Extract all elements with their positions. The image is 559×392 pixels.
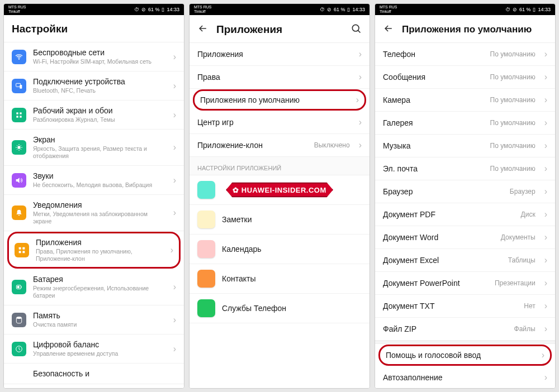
chevron-right-icon: › xyxy=(173,344,176,354)
carrier-1: MTS RUS xyxy=(8,5,26,9)
apps-row[interactable]: Приложение-клон Выключено› xyxy=(190,134,369,157)
list-item-label: Заметки xyxy=(222,215,362,224)
svg-rect-5 xyxy=(16,116,18,117)
chevron-right-icon: › xyxy=(544,324,547,334)
chevron-right-icon: › xyxy=(173,315,176,325)
alarm-icon: ⏱ xyxy=(505,7,510,12)
svg-rect-10 xyxy=(19,251,21,253)
svg-point-0 xyxy=(18,59,20,60)
list-item-value: Нет xyxy=(524,302,535,310)
default-app-row[interactable]: Помощь и голосовой ввод › xyxy=(378,345,552,366)
carrier-2: Tinkoff xyxy=(8,9,26,14)
list-item-label: Контакты xyxy=(222,274,362,283)
search-icon[interactable] xyxy=(350,23,362,36)
apps-row[interactable]: Права › xyxy=(190,66,369,89)
default-app-row[interactable]: Документ PDF Диск› xyxy=(375,203,555,226)
settings-row[interactable]: Звуки Не беспокоить, Мелодия вызова, Виб… xyxy=(4,166,184,195)
default-app-row[interactable]: Музыка По умолчанию› xyxy=(375,135,555,157)
default-app-row[interactable]: Документ TXT Нет› xyxy=(375,295,555,318)
settings-row[interactable]: Подключение устройства Bluetooth, NFC, П… xyxy=(4,71,184,101)
default-app-row[interactable]: Галерея По умолчанию› xyxy=(375,112,555,135)
list-item-label: Документ Excel xyxy=(383,256,501,265)
clock: 14:33 xyxy=(352,7,365,12)
list-item-label: Файл ZIP xyxy=(383,324,508,333)
header: Приложения по умолчанию xyxy=(375,15,555,43)
settings-row[interactable]: Рабочий экран и обои Разблокировка Журна… xyxy=(4,101,184,130)
list-item-label: Рабочий экран и обои xyxy=(33,106,167,115)
carrier-2: Tinkoff xyxy=(380,9,397,14)
default-app-row[interactable]: Документ Excel Таблицы› xyxy=(375,249,555,272)
default-app-row[interactable]: Браузер Браузер› xyxy=(375,180,555,203)
battery-icon: ▯ xyxy=(533,7,536,12)
list-item-label: Календарь xyxy=(222,245,362,254)
default-app-row[interactable]: Телефон По умолчанию› xyxy=(375,43,555,66)
apps-row[interactable]: Приложения по умолчанию › xyxy=(193,89,366,111)
chevron-right-icon: › xyxy=(359,140,362,150)
settings-row[interactable]: Безопасность и xyxy=(4,364,184,384)
list-item-label: Галерея xyxy=(383,118,484,127)
chevron-right-icon: › xyxy=(359,117,362,127)
list-item-label: Память xyxy=(33,311,167,320)
settings-row[interactable]: Память Очистка памяти › xyxy=(4,305,184,334)
settings-row[interactable]: Батарея Режим энергосбережения, Использо… xyxy=(4,269,184,305)
list-item-subtitle: Wi-Fi, Настройки SIM-карт, Мобильная сет… xyxy=(33,58,167,65)
wifi-icon xyxy=(12,50,26,64)
list-item-label: Подключение устройства xyxy=(33,77,167,86)
alarm-icon: ⏱ xyxy=(134,7,139,12)
display-icon xyxy=(12,140,26,155)
list-item-value: По умолчанию xyxy=(490,142,536,150)
list-item-label: Цифровой баланс xyxy=(33,340,167,349)
apps-row[interactable]: Приложения › xyxy=(190,43,369,66)
list-item-label: Звуки xyxy=(33,171,167,180)
app-icon xyxy=(197,181,215,199)
svg-rect-13 xyxy=(21,286,21,288)
list-item-label: Приложения xyxy=(197,50,352,59)
chevron-right-icon: › xyxy=(173,110,176,120)
list-item-value: По умолчанию xyxy=(490,50,536,58)
app-row[interactable]: Службы Телефон xyxy=(190,294,369,323)
settings-row[interactable]: Уведомления Метки, Уведомления на заблок… xyxy=(4,195,184,231)
apps-row[interactable]: Центр игр › xyxy=(190,111,369,134)
default-apps-list: Телефон По умолчанию› Сообщения По умолч… xyxy=(375,43,555,388)
dnd-icon: ⊘ xyxy=(141,7,146,12)
apps-list: Приложения › Права › Приложения по умолч… xyxy=(190,43,369,388)
chevron-right-icon: › xyxy=(173,175,176,185)
app-row[interactable]: Заметки xyxy=(190,205,369,235)
default-app-row[interactable]: Документ Word Документы› xyxy=(375,226,555,249)
default-app-row[interactable]: Документ PowerPoint Презентации› xyxy=(375,272,555,295)
default-app-row[interactable]: Камера По умолчанию› xyxy=(375,89,555,112)
list-item-label: Сообщения xyxy=(383,73,484,82)
settings-list: Беспроводные сети Wi-Fi, Настройки SIM-к… xyxy=(4,42,184,388)
settings-row[interactable]: Беспроводные сети Wi-Fi, Настройки SIM-к… xyxy=(4,42,184,71)
app-row[interactable]: Календарь xyxy=(190,235,369,264)
chevron-right-icon: › xyxy=(544,95,547,105)
battery-pct: 61 % xyxy=(519,7,531,12)
list-item-label: Документ PowerPoint xyxy=(383,279,488,288)
status-bar: MTS RUS Tinkoff ⏱ ⊘ 61 % ▯ 14:33 xyxy=(4,4,184,15)
app-row[interactable]: Контакты xyxy=(190,264,369,294)
list-item-subtitle: Очистка памяти xyxy=(33,321,167,328)
list-item-label: Безопасность и xyxy=(33,369,176,378)
app-icon xyxy=(197,270,215,288)
chevron-right-icon: › xyxy=(170,245,173,255)
settings-row[interactable]: Приложения Права, Приложения по умолчани… xyxy=(7,232,181,269)
list-item-label: Батарея xyxy=(33,275,167,284)
app-icon xyxy=(197,299,215,317)
settings-row[interactable]: Экран Яркость, Защита зрения, Размер тек… xyxy=(4,130,184,166)
back-icon[interactable] xyxy=(383,23,394,36)
list-item-label: Телефон xyxy=(383,50,484,59)
chevron-right-icon: › xyxy=(544,232,547,242)
default-app-row[interactable]: Файл ZIP Файлы› xyxy=(375,318,555,341)
default-app-row[interactable]: Эл. почта По умолчанию› xyxy=(375,157,555,180)
app-row[interactable]: ✿ HUAWEI-INSIDER.COM xyxy=(190,175,369,205)
back-icon[interactable] xyxy=(197,23,209,36)
list-item-subtitle: Разблокировка Журнал, Темы xyxy=(33,116,167,123)
list-item-label: Центр игр xyxy=(197,118,352,127)
settings-row[interactable]: Цифровой баланс Управление временем дост… xyxy=(4,334,184,364)
default-app-row[interactable]: Автозаполнение › xyxy=(375,366,555,388)
chevron-right-icon: › xyxy=(173,52,176,62)
default-app-row[interactable]: Сообщения По умолчанию› xyxy=(375,66,555,89)
phone-settings: MTS RUS Tinkoff ⏱ ⊘ 61 % ▯ 14:33 Настрой… xyxy=(3,3,184,389)
svg-point-17 xyxy=(352,25,359,31)
list-item-value: Браузер xyxy=(510,188,536,195)
